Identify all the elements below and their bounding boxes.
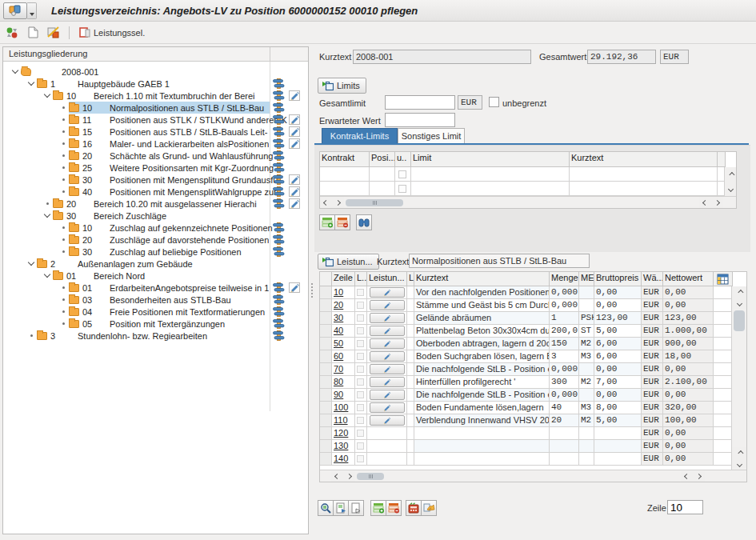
- kontrakt-vscrollbar[interactable]: [724, 167, 736, 196]
- u-cell[interactable]: [395, 182, 411, 196]
- link-icon[interactable]: [273, 294, 285, 305]
- bruttopreis-cell[interactable]: 5,00: [594, 414, 642, 427]
- link-icon[interactable]: [273, 198, 285, 209]
- edit-service-button[interactable]: [370, 351, 405, 362]
- tree-expander-icon[interactable]: [58, 154, 69, 157]
- scroll-up-icon[interactable]: [732, 286, 746, 298]
- menge-cell[interactable]: 150: [550, 338, 579, 350]
- l-checkbox[interactable]: [357, 442, 364, 450]
- edit-service-button[interactable]: [370, 364, 405, 374]
- tree-expander-icon[interactable]: [10, 70, 21, 73]
- tree-item[interactable]: 20 Zuschläge auf davorstehende Positione…: [3, 234, 270, 246]
- l-cell[interactable]: [355, 440, 367, 453]
- edit-service-button[interactable]: [370, 300, 405, 310]
- me-cell[interactable]: [579, 440, 594, 453]
- zeile-cell[interactable]: 110: [332, 414, 355, 427]
- tree-expander-icon[interactable]: [26, 82, 37, 85]
- scroll-right-icon[interactable]: [343, 470, 355, 482]
- tree-item[interactable]: 40 Positionen mit MengensplitWahlgruppe …: [3, 186, 270, 198]
- leistung-cell[interactable]: [367, 325, 407, 338]
- bruttopreis-cell[interactable]: [594, 453, 642, 466]
- tree-item[interactable]: 01 Bereich Nord: [3, 270, 270, 282]
- menge-cell[interactable]: 300: [550, 376, 579, 389]
- tab-kontrakt-limits[interactable]: Kontrakt-Limits: [322, 128, 398, 143]
- kurztext-cell[interactable]: Vor den nachfolgenden Positionen kön..: [414, 286, 550, 299]
- delete-row-button[interactable]: [334, 214, 350, 230]
- l-cell[interactable]: [355, 312, 367, 325]
- zeile-cell[interactable]: 140: [332, 453, 355, 466]
- positions-kurztext-field[interactable]: Normalpositionen aus STLB / StLB-Bau: [409, 254, 590, 268]
- l-cell[interactable]: [355, 286, 367, 299]
- tree-expander-icon[interactable]: [58, 250, 69, 253]
- tab-sonstiges-limit[interactable]: Sonstiges Limit: [398, 128, 465, 143]
- link-icon[interactable]: [273, 186, 285, 197]
- zeile-cell[interactable]: 20: [332, 299, 355, 312]
- l-checkbox[interactable]: [357, 430, 364, 437]
- row-selector[interactable]: [320, 299, 332, 312]
- l-checkbox[interactable]: [357, 314, 364, 322]
- l-checkbox[interactable]: [357, 404, 364, 411]
- kurztext-cell[interactable]: Hinterfüllen profilgerecht ': [414, 376, 550, 389]
- tree-expander-icon[interactable]: [26, 334, 37, 337]
- scroll-down-icon[interactable]: [732, 458, 746, 470]
- position-col-header[interactable]: Posi...: [370, 152, 395, 167]
- last-page-button[interactable]: [348, 500, 364, 516]
- tree-expander-icon[interactable]: [42, 214, 53, 217]
- insert-line-button[interactable]: [370, 500, 386, 516]
- l-checkbox[interactable]: [357, 366, 364, 373]
- edit-service-button[interactable]: [370, 390, 405, 400]
- kurztext-col-header[interactable]: Kurztext: [414, 272, 550, 286]
- leistung-cell[interactable]: [367, 286, 407, 299]
- u-checkbox[interactable]: [398, 170, 406, 178]
- me-col-header[interactable]: ME: [579, 272, 594, 286]
- zeile-cell[interactable]: 40: [332, 325, 355, 338]
- tree-item[interactable]: 04 Freie Positionen mit Textformatierung…: [3, 306, 270, 318]
- limit-cell[interactable]: [411, 182, 570, 196]
- menge-col-header[interactable]: Menge: [550, 272, 579, 286]
- scroll-left-icon[interactable]: [320, 197, 332, 208]
- bruttopreis-cell[interactable]: 8,00: [594, 402, 642, 414]
- zeile-cell[interactable]: 130: [332, 440, 355, 453]
- leistung-cell[interactable]: [367, 338, 407, 350]
- scroll-left-icon[interactable]: [681, 470, 693, 482]
- kontrakt-hscrollbar[interactable]: [320, 196, 736, 208]
- l2-col-header[interactable]: L: [407, 272, 414, 286]
- scroll-right-icon[interactable]: [332, 197, 344, 208]
- kontrakt-cell[interactable]: [320, 167, 370, 182]
- bruttopreis-cell[interactable]: 0,00: [594, 286, 642, 299]
- bruttopreis-cell[interactable]: 6,00: [594, 350, 642, 363]
- edit-pencil-icon[interactable]: [289, 186, 300, 197]
- l-checkbox[interactable]: [357, 289, 364, 296]
- menge-cell[interactable]: 1: [550, 312, 579, 325]
- edit-service-button[interactable]: [370, 313, 405, 323]
- erwarteter-wert-input[interactable]: [385, 113, 455, 127]
- edit-service-button[interactable]: [370, 415, 405, 426]
- hscroll-thumb[interactable]: [346, 199, 403, 206]
- zeile-cell[interactable]: 70: [332, 363, 355, 376]
- link-icon[interactable]: [273, 174, 285, 185]
- l-cell[interactable]: [355, 350, 367, 363]
- tree-expander-icon[interactable]: [58, 106, 69, 109]
- zeile-input[interactable]: [667, 500, 703, 514]
- edit-pencil-icon[interactable]: [289, 90, 300, 101]
- menge-cell[interactable]: 3: [550, 350, 579, 363]
- tree-item[interactable]: 30 Bereich Zuschläge: [3, 210, 270, 222]
- link-icon[interactable]: [273, 330, 285, 341]
- tree-expander-icon[interactable]: [58, 310, 69, 313]
- menge-cell[interactable]: 40: [550, 402, 579, 414]
- leistung-cell[interactable]: [367, 453, 407, 466]
- limit-col-header[interactable]: Limit: [411, 152, 570, 167]
- tree-item[interactable]: 10 Normalpositionen aus STLB / StLB-Bau: [3, 102, 270, 114]
- link-icon[interactable]: [273, 126, 285, 137]
- me-cell[interactable]: [579, 286, 594, 299]
- positions-hscrollbar[interactable]: [320, 470, 746, 482]
- kurztext-cell[interactable]: Gelände abräumen: [414, 312, 550, 325]
- detail-button[interactable]: [318, 500, 334, 516]
- row-selector[interactable]: [320, 350, 332, 363]
- l-checkbox[interactable]: [357, 455, 364, 462]
- leistung-cell[interactable]: [367, 312, 407, 325]
- limits-button[interactable]: Limits: [318, 78, 366, 94]
- kurztext-cell[interactable]: [414, 453, 550, 466]
- kurztext-cell[interactable]: Verblendung Innenwand VHSV 20 - 1,..: [414, 414, 550, 427]
- l-checkbox[interactable]: [357, 327, 364, 334]
